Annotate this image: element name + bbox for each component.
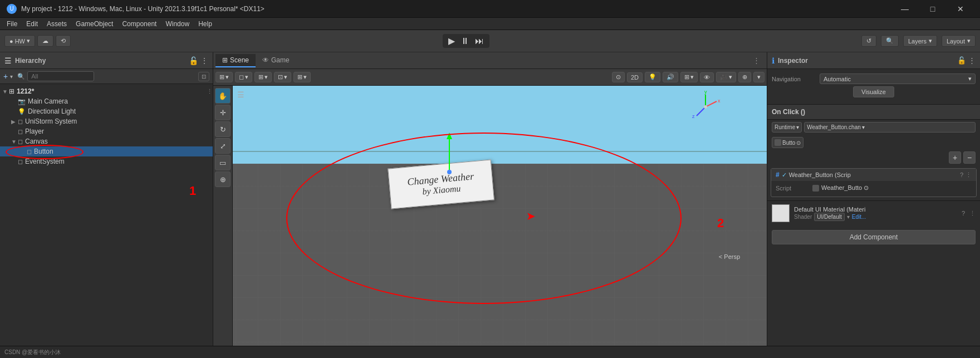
tool-transform-btn[interactable]: ⊕	[215, 171, 231, 187]
tool-gizmo[interactable]: ⊕	[738, 72, 751, 82]
menu-gameobject[interactable]: GameObject	[71, 19, 117, 29]
component-icons: ? ⋮	[960, 171, 972, 179]
hierarchy-item-button[interactable]: ◻ Button	[0, 146, 213, 156]
play-controls: ▶ ⏸ ⏭	[443, 34, 489, 48]
scene-more-icon[interactable]: ⋮	[748, 56, 765, 65]
onclick-obj-row: Butto ⊙	[767, 135, 980, 150]
scene-toolbar: ⊞▾ ◻▾ ⊞▾ ⊡▾ ⊞▾ ⊙ 2D 💡 🔊 ⊞▾ 👁 🎥▾ ⊕ ▾	[213, 69, 767, 86]
pause-button[interactable]: ⏸	[458, 36, 472, 46]
menu-component[interactable]: Component	[117, 19, 161, 29]
function-dropdown[interactable]: Weather_Button.chan ▾	[804, 122, 976, 133]
cloud-button[interactable]: ☁	[37, 35, 53, 47]
hierarchy-add-button[interactable]: +	[3, 72, 8, 81]
add-component-button[interactable]: Add Component	[772, 230, 976, 244]
tool-2d[interactable]: 2D	[627, 72, 643, 82]
horizon-line	[233, 151, 767, 152]
hierarchy-item-main-camera[interactable]: 📷 Main Camera	[0, 96, 213, 106]
main-layout: ☰ Hierarchy 🔓 ⋮ + ▾ 🔍 ⊡ ▼ ⊞ 1212* ⋮	[0, 52, 980, 346]
gizmo-x-arrow: ➤	[526, 209, 536, 223]
inspector-more-icon[interactable]: ⋮	[968, 56, 976, 65]
scene-viewport[interactable]: ✋ ✛ ↻ ⤢ ▭ ⊕ Change Weather by Xiaomu	[213, 86, 767, 346]
canvas-arrow: ▼	[11, 139, 18, 145]
hierarchy-focus-btn[interactable]: ⊡	[198, 72, 209, 81]
navigation-row: Navigation Automatic ▾	[772, 73, 976, 84]
onclick-section: On Click () Runtime ▾ Weather_Button.cha…	[767, 105, 980, 165]
material-more-icon[interactable]: ⋮	[969, 210, 976, 217]
menu-window[interactable]: Window	[161, 19, 194, 29]
close-button[interactable]: ✕	[948, 0, 973, 18]
tab-game[interactable]: 👁 Game	[256, 54, 296, 67]
tool-rect-btn[interactable]: ▭	[215, 155, 231, 170]
visualize-button[interactable]: Visualize	[853, 86, 894, 97]
annotation-oval	[286, 133, 682, 304]
maximize-button[interactable]: □	[920, 0, 945, 18]
menu-help[interactable]: Help	[194, 19, 217, 29]
tool-fx[interactable]: ⊞▾	[680, 72, 698, 82]
light-icon: 💡	[18, 108, 26, 115]
material-question-icon[interactable]: ?	[962, 210, 965, 217]
hierarchy-more-icon[interactable]: ⋮	[200, 56, 208, 65]
runtime-dropdown[interactable]: Runtime ▾	[772, 122, 802, 133]
onclick-add-button[interactable]: +	[949, 151, 961, 164]
hierarchy-search-input[interactable]	[27, 71, 94, 81]
history-button[interactable]: ↺	[861, 35, 876, 47]
edit-button[interactable]: Edit...	[852, 214, 866, 220]
hierarchy-item-eventsystem[interactable]: ◻ EventSystem	[0, 156, 213, 166]
layout-dropdown[interactable]: Layout ▾	[942, 35, 976, 47]
component-question-icon[interactable]: ?	[960, 171, 963, 179]
tool-camera[interactable]: 🎥▾	[716, 72, 736, 82]
navigation-dropdown[interactable]: Automatic ▾	[820, 73, 976, 84]
tool-grid[interactable]: ⊞▾	[254, 72, 272, 82]
hierarchy-item-canvas[interactable]: ▼ ◻ Canvas	[0, 136, 213, 146]
tool-hand-btn[interactable]: ✋	[215, 88, 231, 104]
onclick-remove-button[interactable]: −	[963, 151, 976, 164]
step-button[interactable]: ⏭	[473, 36, 486, 46]
status-bar: CSDN @爱看书的小沐	[0, 346, 980, 358]
obj-icon	[775, 139, 781, 146]
unistorm-icon: ◻	[18, 118, 23, 125]
scene-area: ⊞ Scene 👁 Game ⋮ ⊞▾ ◻▾ ⊞▾ ⊡▾	[213, 52, 767, 346]
inspector-lock-icon[interactable]: 🔓	[957, 56, 966, 65]
runtime-chevron: ▾	[796, 124, 799, 130]
scene-tabs: ⊞ Scene 👁 Game ⋮	[213, 52, 767, 69]
scene-more-icon[interactable]: ⋮	[207, 88, 213, 95]
tool-eye[interactable]: 👁	[700, 72, 714, 82]
tool-settings[interactable]: ▾	[753, 72, 765, 82]
tool-ruler[interactable]: ⊞▾	[293, 72, 311, 82]
layers-dropdown[interactable]: Layers ▾	[903, 35, 937, 47]
play-button[interactable]: ▶	[446, 36, 457, 46]
tool-audio[interactable]: 🔊	[663, 72, 678, 82]
tool-scale-btn[interactable]: ⤢	[215, 138, 231, 154]
hw-dropdown[interactable]: ● HW ▾	[4, 35, 35, 47]
component-colon-icon[interactable]: ⋮	[966, 171, 972, 179]
hierarchy-lock-icon[interactable]: 🔓	[189, 56, 198, 65]
tool-rotate-btn[interactable]: ↻	[215, 121, 231, 137]
hierarchy-item-directional-light[interactable]: 💡 Directional Light	[0, 106, 213, 116]
material-info: Default UI Material (Materi Shader UI/De…	[794, 206, 957, 221]
hierarchy-title: Hierarchy	[15, 57, 46, 65]
viewport-menu-icon[interactable]: ☰	[237, 90, 244, 99]
tool-snap[interactable]: ⊡▾	[274, 72, 291, 82]
collab-button[interactable]: ⟲	[56, 35, 71, 47]
tab-scene[interactable]: ⊞ Scene	[215, 54, 256, 67]
hierarchy-scene-root[interactable]: ▼ ⊞ 1212* ⋮	[0, 86, 213, 96]
tool-light[interactable]: 💡	[645, 72, 660, 82]
eventsystem-label: EventSystem	[25, 158, 65, 165]
hierarchy-item-unistorm[interactable]: ▶ ◻ UniStorm System	[0, 116, 213, 126]
tool-move[interactable]: ◻▾	[235, 72, 252, 82]
minimize-button[interactable]: —	[892, 0, 918, 18]
canvas-label: Canvas	[25, 138, 48, 145]
menu-file[interactable]: File	[2, 19, 22, 29]
tool-circle[interactable]: ⊙	[612, 72, 625, 82]
menu-edit[interactable]: Edit	[22, 19, 42, 29]
tool-hand[interactable]: ⊞▾	[215, 72, 233, 82]
main-camera-label: Main Camera	[28, 97, 68, 105]
tool-move-btn[interactable]: ✛	[215, 105, 231, 120]
hierarchy-item-player[interactable]: ◻ Player	[0, 126, 213, 136]
component-header[interactable]: # ✓ Weather_Button (Scrip ? ⋮	[771, 169, 976, 181]
scene-icon: ⊞	[9, 87, 14, 95]
search-button[interactable]: 🔍	[881, 35, 899, 47]
gizmo-y-arrowhead	[447, 133, 452, 139]
onclick-object-field[interactable]: Butto ⊙	[772, 137, 803, 148]
menu-assets[interactable]: Assets	[42, 19, 71, 29]
